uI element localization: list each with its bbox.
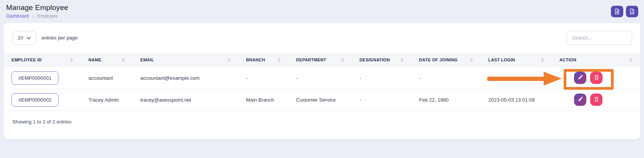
sort-icon[interactable] bbox=[70, 58, 73, 62]
edit-button[interactable] bbox=[574, 72, 586, 84]
entries-per-page-label: entries per page bbox=[42, 35, 78, 41]
cell-branch: Main Branch bbox=[238, 89, 288, 111]
col-header-designation[interactable]: DESIGNATION bbox=[352, 53, 411, 67]
page-header-left: Manage Employee Dashboard > Employee bbox=[6, 3, 68, 19]
cell-department: Customer Service bbox=[288, 89, 352, 111]
pencil-icon bbox=[577, 97, 583, 103]
sort-icon[interactable] bbox=[401, 58, 404, 62]
sort-icon[interactable] bbox=[228, 58, 231, 62]
trash-icon bbox=[594, 75, 599, 81]
cell-last-login: - bbox=[481, 67, 552, 89]
row-actions bbox=[559, 72, 632, 84]
page-size-select[interactable]: 10 bbox=[12, 31, 36, 45]
col-header-last-login[interactable]: LAST LOGIN bbox=[481, 53, 552, 67]
cell-email: tracey@axesspoint.net bbox=[133, 89, 238, 111]
table-row: #EMP0000001 accountant accountant@exampl… bbox=[4, 67, 640, 89]
employee-table-card: 10 entries per page EMPLOYEE ID NAME EMA… bbox=[4, 23, 640, 139]
sort-icon[interactable] bbox=[541, 58, 544, 62]
header-actions bbox=[611, 6, 638, 17]
sort-icon[interactable] bbox=[278, 58, 281, 62]
file-import-icon bbox=[614, 8, 620, 15]
delete-button[interactable] bbox=[590, 72, 602, 84]
cell-designation: - bbox=[352, 89, 411, 111]
breadcrumb-dashboard-link[interactable]: Dashboard bbox=[6, 13, 29, 19]
breadcrumb-separator: > bbox=[32, 14, 34, 18]
card-toolbar: 10 entries per page bbox=[4, 31, 640, 45]
table-header-row: EMPLOYEE ID NAME EMAIL BRANCH DEPARTMENT… bbox=[4, 53, 640, 67]
col-header-action[interactable]: ACTION bbox=[552, 53, 640, 67]
cell-designation: - bbox=[352, 67, 411, 89]
breadcrumb-current: Employee bbox=[37, 13, 58, 19]
export-file-button[interactable] bbox=[626, 6, 638, 17]
pencil-icon bbox=[577, 75, 583, 81]
table-row: #EMP0000002 Tracey Admin tracey@axesspoi… bbox=[4, 89, 640, 111]
cell-date-of-joining: Feb 22, 1980 bbox=[411, 89, 481, 111]
table-footer-info: Showing 1 to 2 of 2 entries bbox=[4, 111, 640, 125]
employee-id-badge[interactable]: #EMP0000002 bbox=[12, 93, 58, 107]
trash-icon bbox=[594, 97, 599, 103]
col-header-department[interactable]: DEPARTMENT bbox=[288, 53, 352, 67]
sort-icon[interactable] bbox=[470, 58, 473, 62]
cell-name: accountant bbox=[81, 67, 133, 89]
employee-table: EMPLOYEE ID NAME EMAIL BRANCH DEPARTMENT… bbox=[4, 53, 640, 111]
col-header-branch[interactable]: BRANCH bbox=[238, 53, 288, 67]
edit-button[interactable] bbox=[574, 94, 586, 106]
cell-date-of-joining: - bbox=[411, 67, 481, 89]
cell-name: Tracey Admin bbox=[81, 89, 133, 111]
page-size-value: 10 bbox=[18, 35, 23, 41]
page-header: Manage Employee Dashboard > Employee bbox=[0, 0, 644, 20]
col-header-email[interactable]: EMAIL bbox=[133, 53, 238, 67]
sort-icon[interactable] bbox=[629, 58, 632, 62]
page-size-wrap: 10 entries per page bbox=[12, 31, 78, 45]
search-input[interactable] bbox=[567, 31, 632, 45]
row-actions bbox=[559, 94, 632, 106]
col-header-employee-id[interactable]: EMPLOYEE ID bbox=[4, 53, 81, 67]
chevron-down-icon bbox=[27, 35, 31, 41]
cell-branch: - bbox=[238, 67, 288, 89]
file-export-icon bbox=[629, 8, 635, 15]
breadcrumb: Dashboard > Employee bbox=[6, 13, 68, 19]
import-file-button[interactable] bbox=[611, 6, 623, 17]
cell-last-login: 2023-05-03 13:01:08 bbox=[481, 89, 552, 111]
col-header-name[interactable]: NAME bbox=[81, 53, 133, 67]
sort-icon[interactable] bbox=[341, 58, 344, 62]
delete-button[interactable] bbox=[590, 94, 602, 106]
employee-id-badge[interactable]: #EMP0000001 bbox=[12, 71, 58, 85]
sort-icon[interactable] bbox=[122, 58, 125, 62]
page-title: Manage Employee bbox=[6, 3, 68, 12]
cell-email: accountant@example.com bbox=[133, 67, 238, 89]
cell-department: - bbox=[288, 67, 352, 89]
col-header-date-of-joining[interactable]: DATE OF JOINING bbox=[411, 53, 481, 67]
